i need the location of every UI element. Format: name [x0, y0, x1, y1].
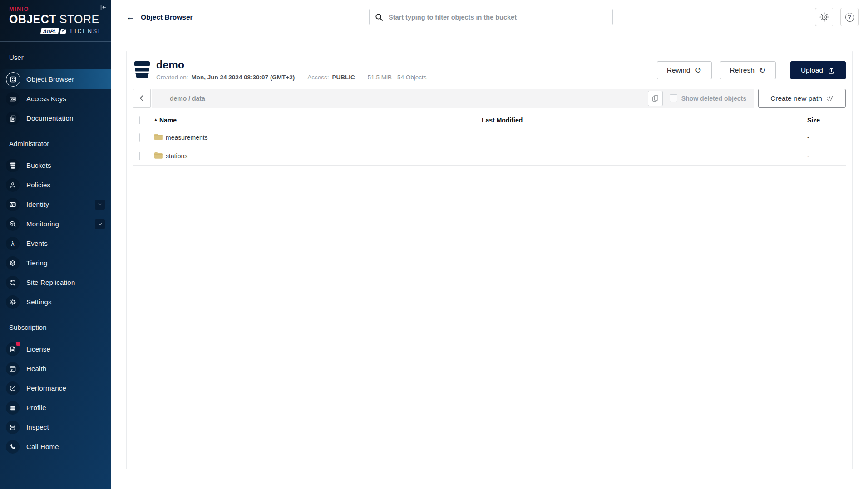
select-all-checkbox[interactable] — [139, 116, 140, 124]
help-icon: ? — [845, 13, 854, 22]
sidebar-section-administrator: AdministratorBucketsPoliciesIdentityMoni… — [0, 134, 111, 312]
sidebar-item-inspect[interactable]: Inspect — [0, 417, 111, 437]
sidebar-item-label: Call Home — [26, 443, 59, 450]
sidebar-item-tiering[interactable]: Tiering — [0, 253, 111, 273]
agpl-feather-icon — [60, 29, 66, 34]
product-name-light: STORE — [59, 13, 99, 25]
last-modified-cell — [482, 128, 807, 147]
create-new-path-button[interactable]: Create new path — [758, 89, 846, 108]
sidebar-item-label: Documentation — [26, 114, 74, 122]
help-button[interactable]: ? — [840, 8, 859, 26]
agpl-badge: AGPL — [40, 28, 59, 34]
sidebar-item-buckets[interactable]: Buckets — [0, 156, 111, 175]
refresh-button[interactable]: Refresh ↻ — [720, 61, 776, 79]
search-bar — [369, 9, 613, 25]
chevron-left-icon — [138, 94, 146, 102]
sidebar-item-label: Performance — [26, 384, 66, 392]
row-checkbox[interactable] — [139, 152, 140, 160]
sidebar-section-label: Subscription — [0, 318, 111, 337]
sidebar-item-label: Settings — [26, 298, 52, 306]
sidebar-item-monitoring[interactable]: Monitoring — [0, 214, 111, 234]
site-replication-icon — [6, 276, 20, 289]
table-row-stations[interactable]: stations- — [133, 147, 846, 166]
sidebar-item-health[interactable]: Health — [0, 359, 111, 378]
rewind-button-label: Rewind — [667, 66, 690, 74]
sidebar-item-settings[interactable]: Settings — [0, 292, 111, 312]
table-row-measurements[interactable]: measurements- — [133, 128, 846, 147]
call-home-icon — [6, 440, 20, 454]
last-modified-cell — [482, 147, 807, 166]
row-checkbox[interactable] — [139, 133, 140, 142]
created-on-label: Created on: — [156, 74, 188, 81]
minio-wordmark: MINIO — [9, 6, 103, 12]
sidebar-sections: UserObject BrowserAccess KeysDocumentati… — [0, 48, 111, 456]
breadcrumb-strip-right: Show deleted objects — [648, 91, 746, 106]
copy-path-button[interactable] — [648, 91, 663, 106]
sidebar-item-label: License — [26, 345, 50, 353]
bucket-title-block: demo Created on: Mon, Jun 24 2024 08:30:… — [156, 59, 427, 81]
sidebar-item-label: Object Browser — [26, 75, 74, 83]
sidebar-item-label: Monitoring — [26, 220, 59, 228]
upload-button-label: Upload — [801, 66, 823, 74]
bucket-header: demo Created on: Mon, Jun 24 2024 08:30:… — [133, 59, 846, 81]
rewind-icon: ↺ — [695, 66, 701, 74]
identity-icon — [6, 198, 20, 211]
path-bar: demo / data Show deleted objects Create … — [133, 89, 846, 108]
objects-table: ▲Name Last Modified Size measurements-st… — [133, 112, 846, 166]
refresh-button-label: Refresh — [730, 66, 755, 74]
upload-button[interactable]: Upload — [790, 61, 846, 79]
monitoring-icon — [6, 217, 20, 231]
profile-icon — [6, 401, 20, 415]
object-name-cell: stations — [154, 147, 482, 166]
page-title: Object Browser — [141, 13, 193, 21]
show-deleted-checkbox[interactable] — [670, 94, 677, 102]
sidebar-item-label: Health — [26, 365, 47, 372]
collapse-sidebar-icon[interactable] — [99, 4, 107, 13]
bucket-browser-card: demo Created on: Mon, Jun 24 2024 08:30:… — [126, 51, 853, 469]
upload-icon — [828, 67, 835, 74]
sidebar-item-identity[interactable]: Identity — [0, 195, 111, 214]
created-on-value: Mon, Jun 24 2024 08:30:07 (GMT+2) — [192, 74, 295, 81]
back-arrow-icon[interactable]: ← — [126, 13, 135, 21]
sidebar-item-call-home[interactable]: Call Home — [0, 437, 111, 456]
breadcrumb[interactable]: demo / data — [170, 95, 205, 102]
sidebar-item-object-browser[interactable]: Object Browser — [0, 69, 111, 89]
show-deleted-label: Show deleted objects — [681, 95, 746, 102]
topbar-actions: ? — [815, 8, 859, 26]
path-back-button[interactable] — [133, 89, 151, 108]
bucket-usage: 51.5 MiB - 54 Objects — [368, 74, 427, 81]
chevron-down-icon[interactable] — [95, 219, 105, 229]
search-input[interactable] — [388, 13, 612, 21]
sidebar-item-policies[interactable]: Policies — [0, 175, 111, 195]
copy-icon — [652, 95, 659, 102]
license-label: LICENSE — [70, 28, 103, 34]
topbar: ← Object Browser ? — [111, 0, 868, 34]
bucket-icon — [134, 61, 150, 81]
sidebar: MINIO OBJECTSTORE AGPL LICENSE UserObjec… — [0, 0, 111, 489]
folder-icon — [154, 152, 163, 160]
sidebar-item-access-keys[interactable]: Access Keys — [0, 89, 111, 108]
sidebar-section-label: Administrator — [0, 134, 111, 153]
sidebar-item-site-replication[interactable]: Site Replication — [0, 273, 111, 292]
column-header-size: Size — [807, 112, 846, 128]
sidebar-item-performance[interactable]: Performance — [0, 378, 111, 398]
row-checkbox-cell — [133, 128, 154, 147]
notification-dot — [16, 342, 20, 346]
settings-button[interactable] — [815, 8, 833, 26]
column-header-name[interactable]: ▲Name — [154, 112, 482, 128]
objects-table-body: measurements-stations- — [133, 128, 846, 166]
chevron-down-icon[interactable] — [95, 200, 105, 210]
sidebar-item-documentation[interactable]: Documentation — [0, 108, 111, 128]
breadcrumb-strip: demo / data Show deleted objects — [152, 89, 754, 108]
tiering-icon — [6, 256, 20, 270]
events-icon: λ — [6, 237, 20, 250]
inspect-icon — [6, 421, 20, 434]
object-name: stations — [166, 152, 187, 160]
rewind-button[interactable]: Rewind ↺ — [657, 61, 712, 79]
refresh-icon: ↻ — [759, 66, 766, 74]
sidebar-item-license[interactable]: License — [0, 339, 111, 359]
health-icon — [6, 362, 20, 376]
sidebar-item-events[interactable]: λEvents — [0, 234, 111, 253]
sidebar-item-label: Access Keys — [26, 95, 66, 103]
sidebar-item-profile[interactable]: Profile — [0, 398, 111, 417]
